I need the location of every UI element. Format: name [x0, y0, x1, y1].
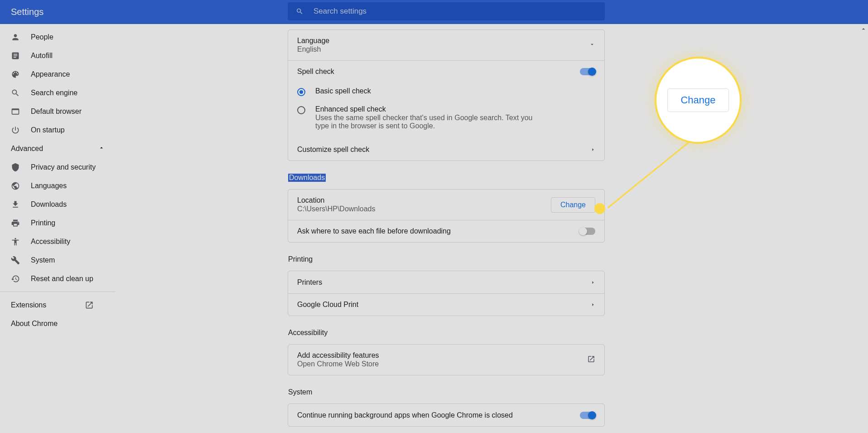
page-title: Settings	[11, 7, 43, 17]
continue-running-label: Continue running background apps when Go…	[297, 411, 513, 419]
sidebar: People Autofill Appearance Search engine…	[0, 24, 116, 433]
sidebar-item-label: Privacy and security	[31, 163, 96, 171]
spell-check-toggle[interactable]	[580, 68, 595, 75]
arrow-right-icon	[591, 301, 595, 309]
restore-icon	[11, 274, 20, 283]
downloads-section-title: Downloads	[288, 174, 326, 182]
sidebar-item-printing[interactable]: Printing	[0, 214, 116, 232]
sidebar-item-label: Default browser	[31, 107, 82, 116]
spell-check-row: Spell check	[288, 60, 604, 83]
radio-icon[interactable]	[297, 106, 305, 114]
palette-icon	[11, 70, 20, 79]
sidebar-item-label: Accessibility	[31, 238, 70, 246]
language-value: English	[297, 45, 329, 54]
sidebar-item-label: Downloads	[31, 200, 67, 209]
downloads-card: Location C:\Users\HP\Downloads Change As…	[288, 189, 605, 243]
accessibility-card: Add accessibility features Open Chrome W…	[288, 344, 605, 375]
enhanced-spell-label: Enhanced spell check	[315, 105, 533, 113]
sidebar-item-label: Languages	[31, 182, 67, 190]
sidebar-advanced-toggle[interactable]: Advanced	[0, 139, 116, 158]
basic-spell-radio-row[interactable]: Basic spell check	[288, 83, 604, 101]
sidebar-item-label: Reset and clean up	[31, 275, 93, 283]
accessibility-section-title: Accessibility	[288, 329, 328, 337]
open-external-icon	[85, 301, 94, 310]
continue-running-toggle[interactable]	[580, 412, 595, 419]
sidebar-item-label: People	[31, 33, 53, 41]
callout-highlight-dot	[594, 203, 605, 214]
continue-running-row: Continue running background apps when Go…	[288, 404, 604, 426]
basic-spell-label: Basic spell check	[315, 87, 371, 95]
sidebar-item-label: Printing	[31, 219, 55, 227]
customize-spell-label: Customize spell check	[297, 146, 369, 154]
sidebar-item-label: Extensions	[11, 301, 46, 309]
content-area: Language English Spell check Basic spell…	[116, 24, 868, 433]
arrow-right-icon	[591, 278, 595, 287]
ask-where-row: Ask where to save each file before downl…	[288, 220, 604, 242]
search-container[interactable]	[288, 2, 605, 20]
ask-where-toggle[interactable]	[580, 228, 595, 235]
sidebar-item-accessibility[interactable]: Accessibility	[0, 232, 116, 251]
sidebar-item-label: About Chrome	[11, 320, 58, 328]
sidebar-item-label: System	[31, 256, 55, 264]
chevron-up-icon	[98, 145, 105, 153]
search-input[interactable]	[313, 7, 597, 16]
location-label: Location	[297, 196, 376, 204]
language-row[interactable]: Language English	[288, 30, 604, 60]
print-icon	[11, 219, 20, 228]
sidebar-item-reset[interactable]: Reset and clean up	[0, 269, 116, 288]
printers-label: Printers	[297, 278, 322, 287]
system-section-title: System	[288, 388, 312, 396]
sidebar-item-autofill[interactable]: Autofill	[0, 46, 116, 65]
download-icon	[11, 200, 20, 209]
accessibility-icon	[11, 237, 20, 246]
location-row: Location C:\Users\HP\Downloads Change	[288, 190, 604, 220]
customize-spell-row[interactable]: Customize spell check	[288, 138, 604, 161]
chevron-down-icon	[589, 41, 595, 49]
sidebar-item-system[interactable]: System	[0, 251, 116, 269]
sidebar-item-default-browser[interactable]: Default browser	[0, 102, 116, 121]
divider	[0, 292, 116, 292]
add-accessibility-sublabel: Open Chrome Web Store	[297, 360, 379, 368]
sidebar-item-languages[interactable]: Languages	[0, 176, 116, 195]
languages-card: Language English Spell check Basic spell…	[288, 29, 605, 161]
printing-card: Printers Google Cloud Print	[288, 271, 605, 316]
sidebar-item-appearance[interactable]: Appearance	[0, 65, 116, 83]
language-label: Language	[297, 37, 329, 45]
cloud-print-label: Google Cloud Print	[297, 301, 358, 309]
enhanced-spell-desc: Uses the same spell checker that's used …	[315, 114, 533, 130]
sidebar-item-search-engine[interactable]: Search engine	[0, 83, 116, 102]
printing-section-title: Printing	[288, 255, 313, 263]
shield-icon	[11, 163, 20, 172]
search-icon	[296, 7, 304, 15]
callout-magnifier: Change	[655, 57, 742, 144]
add-accessibility-label: Add accessibility features	[297, 351, 379, 360]
scroll-up-arrow-icon[interactable]	[860, 24, 867, 34]
change-button[interactable]: Change	[551, 197, 595, 213]
advanced-label: Advanced	[11, 145, 43, 153]
sidebar-item-on-startup[interactable]: On startup	[0, 121, 116, 139]
sidebar-item-about[interactable]: About Chrome	[0, 314, 116, 333]
sidebar-item-extensions[interactable]: Extensions	[0, 296, 116, 314]
add-accessibility-row[interactable]: Add accessibility features Open Chrome W…	[288, 345, 604, 375]
header-bar: Settings	[0, 0, 868, 24]
person-icon	[11, 33, 20, 42]
autofill-icon	[11, 51, 20, 60]
callout-change-button: Change	[667, 88, 728, 112]
cloud-print-row[interactable]: Google Cloud Print	[288, 293, 604, 316]
sidebar-item-label: Search engine	[31, 89, 77, 97]
ask-where-label: Ask where to save each file before downl…	[297, 227, 451, 235]
callout-circle: Change	[655, 57, 742, 144]
radio-selected-icon[interactable]	[297, 88, 305, 96]
sidebar-item-privacy[interactable]: Privacy and security	[0, 158, 116, 176]
sidebar-item-label: Autofill	[31, 52, 53, 60]
sidebar-item-downloads[interactable]: Downloads	[0, 195, 116, 214]
printers-row[interactable]: Printers	[288, 271, 604, 293]
arrow-right-icon	[591, 146, 595, 154]
system-card: Continue running background apps when Go…	[288, 404, 605, 427]
open-external-icon	[587, 355, 595, 365]
globe-icon	[11, 181, 20, 190]
browser-icon	[11, 107, 20, 116]
enhanced-spell-radio-row[interactable]: Enhanced spell check Uses the same spell…	[288, 101, 604, 138]
sidebar-item-people[interactable]: People	[0, 28, 116, 46]
search-icon	[11, 88, 20, 97]
